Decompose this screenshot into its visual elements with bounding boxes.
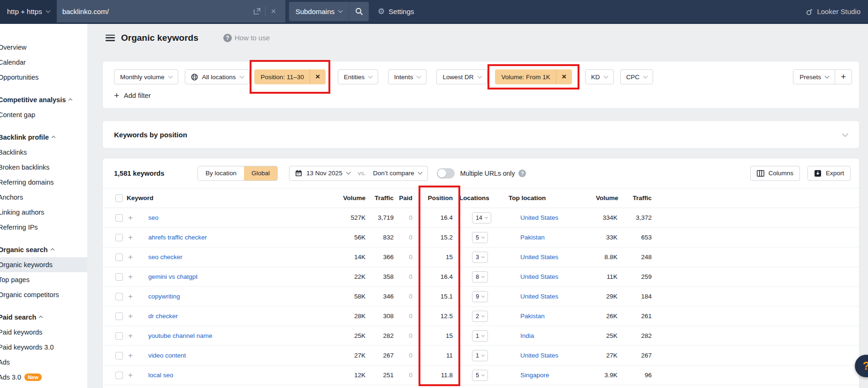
top-location-link[interactable]: United States <box>520 293 558 300</box>
sidebar-item[interactable]: Organic competitors <box>0 287 87 302</box>
clear-url-icon[interactable]: × <box>267 5 280 17</box>
row-checkbox[interactable] <box>115 254 123 261</box>
row-checkbox[interactable] <box>115 293 123 300</box>
locations-dropdown[interactable]: 5 <box>472 370 488 381</box>
menu-toggle-icon[interactable] <box>106 35 115 41</box>
multiple-urls-toggle[interactable] <box>437 168 455 179</box>
add-to-list-icon[interactable]: + <box>127 312 134 321</box>
top-location-link[interactable]: Pakistan <box>520 313 545 320</box>
keyword-link[interactable]: seo checker <box>148 254 183 261</box>
col-header-keyword[interactable]: Keyword <box>127 194 323 201</box>
keyword-link[interactable]: gemini vs chatgpt <box>148 273 198 280</box>
keyword-link[interactable]: seo <box>148 214 159 221</box>
top-location-link[interactable]: United States <box>520 214 558 221</box>
open-external-link-icon[interactable] <box>251 5 263 17</box>
protocol-dropdown[interactable]: http + https <box>0 0 57 22</box>
search-button[interactable] <box>349 2 369 21</box>
looker-studio-button[interactable]: Looker Studio <box>806 0 868 22</box>
locations-dropdown[interactable]: 8 <box>472 271 488 283</box>
add-to-list-icon[interactable]: + <box>127 351 134 360</box>
col-header-volume2[interactable]: Volume <box>596 194 617 201</box>
keyword-link[interactable]: dr checker <box>148 313 178 320</box>
columns-button[interactable]: Columns <box>750 166 800 181</box>
monthly-volume-filter[interactable]: Monthly volume <box>114 69 178 84</box>
add-to-list-icon[interactable]: + <box>127 213 134 223</box>
sidebar-item[interactable]: Referring domains <box>0 175 87 190</box>
sidebar-item[interactable]: Linking authors <box>0 205 87 220</box>
add-preset-button[interactable]: + <box>835 70 852 84</box>
sidebar-item[interactable]: Backlinks <box>0 145 87 160</box>
entities-filter[interactable]: Entities <box>338 69 378 84</box>
collapse-chevron-icon[interactable] <box>840 134 850 136</box>
presets-dropdown[interactable]: Presets <box>793 70 835 84</box>
locations-dropdown[interactable]: 14 <box>472 212 491 224</box>
target-url-input[interactable]: backlinko.com/ × <box>57 0 285 22</box>
col-header-volume[interactable]: Volume <box>323 194 365 201</box>
row-checkbox[interactable] <box>115 313 123 320</box>
top-location-link[interactable]: Pakistan <box>520 234 545 241</box>
kd-filter[interactable]: KD <box>585 69 614 84</box>
sidebar-item[interactable]: Ads <box>0 355 87 370</box>
sidebar-item[interactable]: Top pages <box>0 272 87 287</box>
sidebar-item[interactable]: Opportunities <box>0 70 87 85</box>
sidebar-item[interactable]: Calendar <box>0 55 87 70</box>
col-header-locations[interactable]: Locations <box>453 194 497 201</box>
keyword-link[interactable]: local seo <box>148 372 173 379</box>
sidebar-item[interactable]: Broken backlinks <box>0 160 87 175</box>
add-to-list-icon[interactable]: + <box>127 331 134 341</box>
sidebar-item[interactable]: Paid search <box>0 310 87 325</box>
export-button[interactable]: Export <box>807 166 851 181</box>
top-location-link[interactable]: United States <box>520 273 558 280</box>
sidebar-item[interactable]: Backlink profile <box>0 130 87 145</box>
select-all-checkbox[interactable] <box>115 194 123 202</box>
locations-dropdown[interactable]: 2 <box>472 311 488 322</box>
how-to-use-link[interactable]: How to use <box>235 34 270 42</box>
locations-dropdown[interactable]: 1 <box>472 330 488 342</box>
sidebar-item[interactable]: Anchors <box>0 190 87 205</box>
keywords-by-position-panel[interactable]: Keywords by position <box>102 120 860 149</box>
keyword-link[interactable]: copywriting <box>148 293 180 300</box>
sidebar-item[interactable]: Organic search <box>0 242 87 257</box>
col-header-paid[interactable]: Paid <box>394 194 412 201</box>
add-to-list-icon[interactable]: + <box>127 233 134 242</box>
top-location-link[interactable]: India <box>520 332 534 339</box>
col-header-traffic2[interactable]: Traffic <box>617 194 652 201</box>
add-filter-button[interactable]: + Add filter <box>114 90 151 101</box>
col-header-position[interactable]: Position <box>412 194 453 201</box>
row-checkbox[interactable] <box>115 372 123 379</box>
add-to-list-icon[interactable]: + <box>127 272 134 282</box>
sidebar-item[interactable]: Ads 3.0 New <box>0 370 87 385</box>
sidebar-item[interactable]: Overview <box>0 40 87 55</box>
locations-dropdown[interactable]: 9 <box>472 291 488 302</box>
cpc-filter[interactable]: CPC <box>620 69 654 84</box>
remove-position-filter-icon[interactable]: × <box>310 69 326 84</box>
all-locations-filter[interactable]: All locations <box>185 69 250 84</box>
col-header-traffic[interactable]: Traffic <box>365 194 394 201</box>
top-location-link[interactable]: United States <box>520 352 558 359</box>
by-location-tab[interactable]: By location <box>198 166 244 180</box>
remove-volume-filter-icon[interactable]: × <box>556 69 572 84</box>
row-checkbox[interactable] <box>115 332 123 340</box>
add-to-list-icon[interactable]: + <box>127 371 134 380</box>
intents-filter[interactable]: Intents <box>388 69 427 84</box>
top-location-link[interactable]: Singapore <box>520 372 549 379</box>
sidebar-item[interactable]: Paid keywords <box>0 325 87 340</box>
top-location-link[interactable]: United States <box>520 254 558 261</box>
add-to-list-icon[interactable]: + <box>127 253 134 262</box>
sidebar-item[interactable]: Competitive analysis <box>0 92 87 107</box>
locations-dropdown[interactable]: 3 <box>472 252 488 263</box>
sidebar-item[interactable]: Paid keywords 3.0 <box>0 340 87 355</box>
sidebar-item[interactable]: Content gap <box>0 107 87 122</box>
row-checkbox[interactable] <box>115 234 123 241</box>
sidebar-item[interactable]: Organic keywords <box>0 257 87 272</box>
row-checkbox[interactable] <box>115 214 123 222</box>
global-tab[interactable]: Global <box>244 166 277 180</box>
keyword-link[interactable]: ahrefs traffic checker <box>148 234 207 241</box>
lowest-dr-filter[interactable]: Lowest DR <box>436 69 487 84</box>
position-filter-chip[interactable]: Position: 11–30 × <box>254 69 326 84</box>
sidebar-item[interactable]: Referring IPs <box>0 220 87 235</box>
keyword-link[interactable]: video content <box>148 352 186 359</box>
volume-filter-chip[interactable]: Volume: From 1K × <box>495 69 572 84</box>
locations-dropdown[interactable]: 1 <box>472 350 488 361</box>
add-to-list-icon[interactable]: + <box>127 292 134 301</box>
